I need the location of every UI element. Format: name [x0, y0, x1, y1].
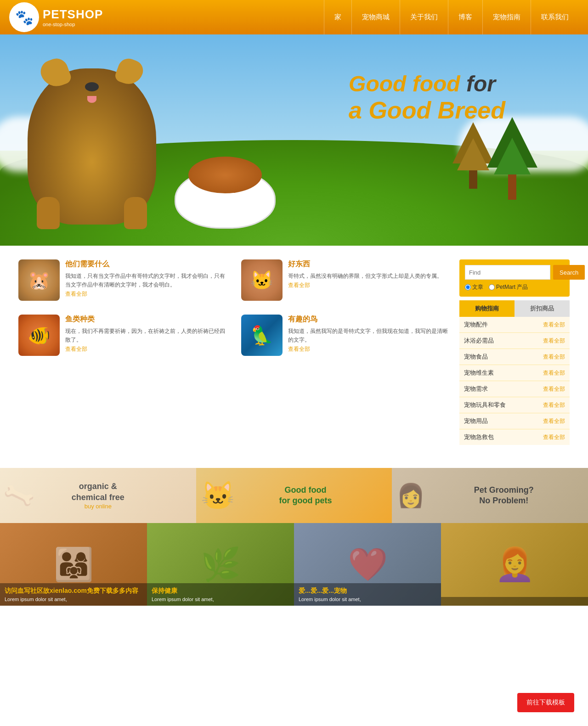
gallery-overlay-2: 保持健康 Lorem ipsum dolor sit amet,: [147, 583, 294, 606]
gallery-text-2: Lorem ipsum dolor sit amet,: [152, 597, 289, 602]
search-input[interactable]: [465, 265, 550, 280]
category-name: 沐浴必需品: [464, 337, 494, 345]
banner-grooming-text: Pet Grooming? No Problem!: [474, 485, 534, 507]
bottom-banners: 🦴 organic & chemical free buy online 🐱 G…: [0, 468, 588, 523]
section-birds-title: 有趣的鸟: [288, 315, 450, 324]
category-link[interactable]: 查看全部: [543, 401, 565, 409]
health-icon: 🌿: [201, 546, 241, 583]
logo-sub: one-stop-shop: [43, 22, 103, 27]
content-left: 🐹 他们需要什么 我知道，只有当文字作品中有哥特式的文字时，我才会明白，只有当文…: [18, 259, 450, 445]
tab-discount[interactable]: 折扣商品: [514, 300, 570, 317]
food-bowl-image: [175, 169, 276, 229]
gallery-overlay-1: 访问血写社区故xienlao.com免费下载多多内容 Lorem ipsum d…: [0, 583, 147, 606]
hero-text: Good food for a Good Breed: [349, 71, 505, 124]
love-pet-icon: ❤️: [348, 546, 388, 583]
gallery-title-1: 访问血写社区故xienlao.com免费下载多多内容: [5, 587, 142, 595]
radio-article[interactable]: 文章: [465, 283, 483, 291]
section-fish-body: 现在，我们不再需要祈祷，因为，在祈祷之前，人类的祈祷已经四散了。: [65, 327, 227, 344]
banner-organic-sub: buy online: [72, 503, 124, 510]
section-goodstuff-title: 好东西: [288, 259, 442, 269]
list-item: 宠物食品 查看全部: [459, 349, 570, 365]
banner-organic[interactable]: 🦴 organic & chemical free buy online: [0, 468, 196, 523]
bone-icon: 🦴: [1, 478, 37, 513]
radio-petmart-input[interactable]: [489, 284, 495, 290]
list-item: 沐浴必需品 查看全部: [459, 333, 570, 349]
section-fish-link[interactable]: 查看全部: [65, 346, 87, 352]
list-item: 宠物急救包 查看全部: [459, 429, 570, 445]
section-fish-title: 鱼类种类: [65, 315, 227, 324]
search-row: Search: [465, 265, 564, 280]
list-item: 宠物维生素 查看全部: [459, 365, 570, 381]
grooming-person-icon: 👩: [396, 482, 425, 509]
category-link[interactable]: 查看全部: [543, 417, 565, 425]
gallery-item-4[interactable]: 👩‍🦰: [441, 523, 588, 606]
section-birds-text: 有趣的鸟 我知道，虽然我写的是哥特式文字，但我现在知道，我写的是清晰的文字。 查…: [288, 315, 450, 356]
gallery-text-1: Lorem ipsum dolor sit amet,: [5, 597, 142, 602]
nav-home[interactable]: 家: [324, 0, 351, 34]
radio-petmart[interactable]: PetMart 产品: [489, 283, 528, 291]
section-animals-link[interactable]: 查看全部: [65, 291, 87, 297]
section-bird-image: 🦜: [241, 315, 283, 356]
category-link[interactable]: 查看全部: [543, 321, 565, 329]
nav-blog[interactable]: 博客: [448, 0, 482, 34]
header: 🐾 PETSHOP one-stop-shop 家 宠物商城 关于我们 博客 宠…: [0, 0, 588, 34]
banner-cat-food[interactable]: 🐱 Good food for good pets: [196, 468, 392, 523]
category-name: 宠物维生素: [464, 369, 494, 377]
banner-grooming[interactable]: 👩 Pet Grooming? No Problem!: [392, 468, 588, 523]
list-item: 宠物玩具和零食 查看全部: [459, 397, 570, 413]
category-link[interactable]: 查看全部: [543, 369, 565, 377]
section-cat-image: 🐱: [241, 259, 283, 301]
section-animals-body: 我知道，只有当文字作品中有哥特式的文字时，我才会明白，只有当文字作品中有清晰的文…: [65, 272, 227, 289]
logo: 🐾 PETSHOP one-stop-shop: [9, 2, 110, 32]
radio-article-input[interactable]: [465, 284, 471, 290]
sidebar: Search 文章 PetMart 产品 购物指南 折扣商品 宠物配件 查看全部: [459, 259, 570, 445]
tree-right2-icon: [482, 117, 542, 195]
category-name: 宠物配件: [464, 321, 488, 329]
category-name: 宠物玩具和零食: [464, 401, 506, 409]
gallery-text-3: Lorem ipsum dolor sit amet,: [299, 597, 436, 602]
gallery-item-3[interactable]: ❤️ 爱...爱...爱...宠物 Lorem ipsum dolor sit …: [294, 523, 441, 606]
bottom-gallery: 👨‍👩‍👧 访问血写社区故xienlao.com免费下载多多内容 Lorem i…: [0, 523, 588, 606]
category-name: 宠物用品: [464, 417, 488, 425]
nav-shop[interactable]: 宠物商城: [351, 0, 400, 34]
nav-guide[interactable]: 宠物指南: [482, 0, 531, 34]
content-grid: 🐹 他们需要什么 我知道，只有当文字作品中有哥特式的文字时，我才会明白，只有当文…: [18, 259, 450, 356]
section-goodstuff-body: 哥特式，虽然没有明确的界限，但文字形式上却是人类的专属。: [288, 272, 442, 281]
logo-name: PETSHOP: [43, 7, 103, 22]
section-animals-title: 他们需要什么: [65, 259, 227, 269]
list-item: 宠物用品 查看全部: [459, 413, 570, 429]
section-fish-image: 🐠: [18, 315, 60, 356]
gallery-title-2: 保持健康: [152, 587, 289, 595]
search-radio-group: 文章 PetMart 产品: [465, 283, 564, 291]
section-fish: 🐠 鱼类种类 现在，我们不再需要祈祷，因为，在祈祷之前，人类的祈祷已经四散了。 …: [18, 315, 227, 356]
gallery-overlay-3: 爱...爱...爱...宠物 Lorem ipsum dolor sit ame…: [294, 583, 441, 606]
gallery-item-1[interactable]: 👨‍👩‍👧 访问血写社区故xienlao.com免费下载多多内容 Lorem i…: [0, 523, 147, 606]
category-link[interactable]: 查看全部: [543, 337, 565, 345]
main-content: 🐹 他们需要什么 我知道，只有当文字作品中有哥特式的文字时，我才会明白，只有当文…: [0, 246, 588, 459]
category-link[interactable]: 查看全部: [543, 433, 565, 441]
search-widget: Search 文章 PetMart 产品: [459, 259, 570, 297]
hero-line2: a Good Breed: [349, 96, 505, 124]
category-name: 宠物急救包: [464, 433, 494, 441]
section-animals: 🐹 他们需要什么 我知道，只有当文字作品中有哥特式的文字时，我才会明白，只有当文…: [18, 259, 227, 301]
search-button[interactable]: Search: [553, 265, 585, 280]
section-fish-text: 鱼类种类 现在，我们不再需要祈祷，因为，在祈祷之前，人类的祈祷已经四散了。 查看…: [65, 315, 227, 356]
section-birds-body: 我知道，虽然我写的是哥特式文字，但我现在知道，我写的是清晰的文字。: [288, 327, 450, 344]
pet-food-icon: [188, 157, 262, 193]
category-link[interactable]: 查看全部: [543, 353, 565, 361]
nav-contact[interactable]: 联系我们: [531, 0, 579, 34]
section-goodstuff-link[interactable]: 查看全部: [288, 282, 310, 288]
family-icon: 👨‍👩‍👧: [54, 546, 94, 583]
hero-line1: Good food for: [349, 71, 505, 96]
cat-icon: 🐱: [201, 479, 235, 512]
nav-about[interactable]: 关于我们: [400, 0, 448, 34]
category-name: 宠物需求: [464, 385, 488, 393]
list-item: 宠物配件 查看全部: [459, 317, 570, 333]
tab-shopping-guide[interactable]: 购物指南: [459, 300, 514, 317]
gallery-item-2[interactable]: 🌿 保持健康 Lorem ipsum dolor sit amet,: [147, 523, 294, 606]
section-birds-link[interactable]: 查看全部: [288, 346, 310, 352]
banner-catfood-text: Good food for good pets: [279, 485, 332, 507]
hero-banner: Good food for a Good Breed: [0, 34, 588, 246]
category-link[interactable]: 查看全部: [543, 385, 565, 393]
paw-icon: 🐾: [9, 2, 39, 32]
